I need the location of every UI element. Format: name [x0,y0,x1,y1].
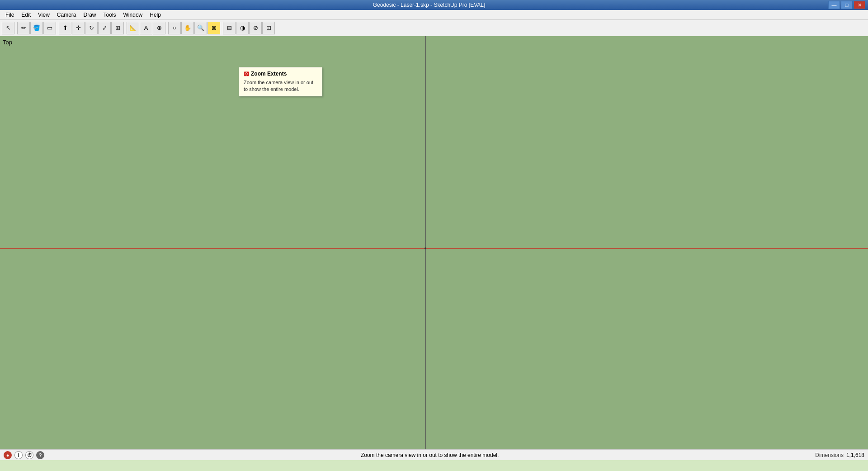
export-tool[interactable]: ⊡ [262,22,275,34]
pan-tool[interactable]: ✋ [181,22,194,34]
tape-measure-tool[interactable]: 📐 [127,22,139,34]
menu-item-view[interactable]: View [34,11,53,19]
toolbar-separator [57,22,58,34]
x-axis-line [0,248,868,249]
status-right: Dimensions 1,1,618 [815,452,864,458]
close-button[interactable]: ✕ [854,1,865,9]
paint-bucket-tool[interactable]: 🪣 [30,22,43,34]
toolbar-separator [15,22,17,34]
menu-item-tools[interactable]: Tools [100,11,120,19]
rotate-tool[interactable]: ↻ [85,22,98,34]
maximize-button[interactable]: □ [841,1,853,9]
origin-dot [425,247,426,249]
zoom-extents-tooltip: ⊠ Zoom Extents Zoom the camera view in o… [239,67,322,96]
minimize-button[interactable]: — [828,1,840,9]
status-circle-clock[interactable]: ⏱ [25,451,33,459]
menu-item-edit[interactable]: Edit [18,11,34,19]
view-label: Top [3,39,12,46]
views-tool[interactable]: ⊟ [223,22,236,34]
axes-tool[interactable]: ⊕ [153,22,165,34]
select-tool[interactable]: ↖ [2,22,14,34]
status-left: ●i⏱? [4,451,44,459]
push-pull-tool[interactable]: ⬆ [59,22,71,34]
toolbar-separator [124,22,126,34]
viewport[interactable]: Top ⊠ Zoom Extents Zoom the camera view … [0,36,868,460]
status-bar: ●i⏱? Zoom the camera view in or out to s… [0,449,868,460]
rectangle-tool[interactable]: ▭ [43,22,56,34]
menu-item-window[interactable]: Window [120,11,146,19]
text-tool[interactable]: A [140,22,152,34]
status-text: Zoom the camera view in or out to show t… [361,452,499,458]
status-circle-q[interactable]: ? [36,451,44,459]
dimensions-label: Dimensions [815,452,844,458]
menu-item-help[interactable]: Help [146,11,165,19]
section-tool[interactable]: ⊘ [249,22,262,34]
move-tool[interactable]: ✛ [72,22,85,34]
toolbar-separator [221,22,222,34]
menu-bar: FileEditViewCameraDrawToolsWindowHelp [0,10,868,20]
menu-item-file[interactable]: File [2,11,18,19]
tooltip-body: Zoom the camera view in or out to show t… [244,79,317,93]
menu-item-camera[interactable]: Camera [53,11,80,19]
tooltip-header: ⊠ Zoom Extents [244,70,317,77]
title-controls[interactable]: — □ ✕ [828,1,865,9]
zoom-extents-tool[interactable]: ⊠ [208,22,220,34]
zoom-tool[interactable]: 🔍 [194,22,207,34]
toolbar-separator [166,22,168,34]
title-bar: Geodesic - Laser-1.skp - SketchUp Pro [E… [0,0,868,10]
orbit-tool[interactable]: ○ [168,22,181,34]
tooltip-zoom-icon: ⊠ [244,70,249,77]
menu-item-draw[interactable]: Draw [80,11,100,19]
status-circle-i[interactable]: i [14,451,23,459]
eraser-tool[interactable]: ✏ [17,22,30,34]
dimensions-value: 1,1,618 [846,452,864,458]
tooltip-title: Zoom Extents [251,71,287,77]
window-title: Geodesic - Laser-1.skp - SketchUp Pro [E… [30,2,828,8]
status-circle-red[interactable]: ● [4,451,12,459]
components-tool[interactable]: ⊞ [111,22,124,34]
toolbar: ↖✏🪣▭⬆✛↻⤢⊞📐A⊕○✋🔍⊠⊟◑⊘⊡ [0,20,868,36]
shadows-tool[interactable]: ◑ [236,22,249,34]
scale-tool[interactable]: ⤢ [98,22,111,34]
